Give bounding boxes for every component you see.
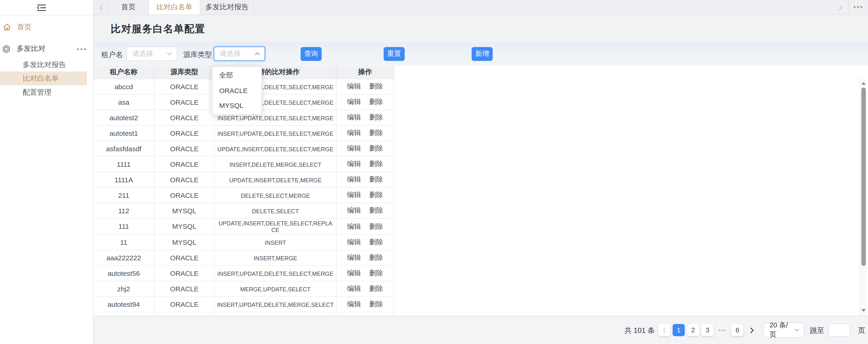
edit-link[interactable]: 编辑	[347, 82, 361, 91]
delete-link[interactable]: 删除	[369, 191, 383, 200]
sidebar: 首页 多发比对 ••• 多发比对报告 比对白名单 配置管理	[0, 0, 93, 344]
sidebar-item-config-management[interactable]: 配置管理	[0, 85, 93, 99]
sidebar-item-multicompare-report[interactable]: 多发比对报告	[0, 58, 93, 71]
more-dots-icon[interactable]: •••	[76, 45, 88, 53]
dropdown-option[interactable]: ORACLE	[213, 83, 261, 98]
cell-tenant-name: 211	[93, 188, 154, 203]
edit-link[interactable]: 编辑	[347, 113, 361, 122]
edit-link[interactable]: 编辑	[347, 300, 361, 309]
edit-link[interactable]: 编辑	[347, 284, 361, 294]
sidebar-item-compare-whitelist[interactable]: 比对白名单	[0, 71, 87, 85]
vertical-scrollbar[interactable]	[860, 79, 867, 316]
edit-link[interactable]: 编辑	[347, 253, 361, 263]
cell-source-type: ORACLE	[154, 297, 215, 312]
page-size-value: 20 条/页	[770, 321, 795, 340]
search-button[interactable]: 查询	[301, 47, 321, 61]
cell-operations: MERGE,UPDATE,SELECT	[215, 281, 337, 296]
cell-operations: INSERT,UPDATE,DELETE,SELECT,MERGE	[215, 312, 337, 316]
next-page-button[interactable]	[746, 324, 758, 336]
pager-ellipsis[interactable]: •••	[716, 327, 729, 333]
sidebar-item-home[interactable]: 首页	[0, 21, 93, 34]
tab-actions-menu[interactable]: •••	[849, 3, 868, 11]
add-button[interactable]: 新增	[472, 47, 493, 61]
tabbar-controls: •••	[832, 0, 868, 15]
edit-link[interactable]: 编辑	[347, 160, 361, 169]
scroll-down-arrow[interactable]	[860, 306, 867, 315]
delete-link[interactable]: 删除	[369, 97, 383, 107]
cell-operations: UPDATE,INSERT,DELETE,SELECT,REPLACE	[215, 219, 337, 234]
edit-link[interactable]: 编辑	[347, 222, 361, 231]
cell-operations: INSERT,UPDATE,DELETE,SELECT,MERGE	[215, 266, 337, 281]
tabbar-spacer	[254, 0, 832, 15]
sidebar-group-multicompare[interactable]: 多发比对 •••	[0, 42, 93, 55]
dropdown-option[interactable]: MYSQL	[213, 98, 261, 113]
edit-link[interactable]: 编辑	[347, 238, 361, 247]
jump-to-input[interactable]	[828, 323, 850, 337]
edit-link[interactable]: 编辑	[347, 128, 361, 138]
column-header-source-type: 源库类型	[154, 65, 215, 79]
cell-tenant-name: autotest96	[93, 312, 154, 316]
tab-home[interactable]: 首页	[108, 0, 149, 15]
tenant-select[interactable]: 请选择	[126, 47, 177, 61]
chevron-left-icon	[99, 4, 102, 10]
tab-multicompare-report[interactable]: 多发比对报告	[200, 0, 254, 15]
cell-source-type: ORACLE	[154, 157, 215, 172]
cell-source-type: ORACLE	[154, 281, 215, 296]
tab-label: 首页	[121, 2, 136, 12]
source-type-select[interactable]: 请选择	[214, 47, 265, 61]
cell-tenant-name: autotest94	[93, 297, 154, 312]
table-row: autotest94ORACLEINSERT,UPDATE,DELETE,MER…	[93, 297, 394, 312]
page-button[interactable]: 2	[687, 324, 699, 336]
caret-down-icon	[794, 328, 799, 332]
table-row: asfasfdasdfORACLEUPDATE,INSERT,DELETE,SE…	[93, 141, 394, 157]
cell-operations: INSERT,DELETE,MERGE,SELECT	[215, 157, 337, 172]
caret-up-icon	[255, 52, 260, 55]
scroll-up-arrow[interactable]	[860, 79, 867, 88]
dropdown-option[interactable]: 全部	[213, 68, 261, 83]
delete-link[interactable]: 删除	[369, 113, 383, 122]
cell-tenant-name: autotest1	[93, 126, 154, 141]
delete-link[interactable]: 删除	[369, 160, 383, 169]
delete-link[interactable]: 删除	[369, 300, 383, 309]
delete-link[interactable]: 删除	[369, 175, 383, 184]
tabs-scroll-left[interactable]	[93, 0, 108, 15]
cell-source-type: ORACLE	[154, 79, 215, 94]
reset-button[interactable]: 重置	[384, 47, 405, 61]
cell-actions: 编辑删除	[337, 157, 394, 172]
page-button[interactable]: 6	[731, 324, 743, 336]
edit-link[interactable]: 编辑	[347, 97, 361, 107]
main-area: 首页 比对白名单 多发比对报告 ••• 比对服务白名单配置	[93, 0, 868, 344]
cell-tenant-name: autotest2	[93, 110, 154, 125]
cell-tenant-name: abccd	[93, 79, 154, 94]
tab-compare-whitelist[interactable]: 比对白名单	[149, 0, 200, 15]
delete-link[interactable]: 删除	[369, 144, 383, 153]
edit-link[interactable]: 编辑	[347, 144, 361, 153]
edit-link[interactable]: 编辑	[347, 269, 361, 278]
edit-link[interactable]: 编辑	[347, 191, 361, 200]
page-button[interactable]: 1	[673, 324, 685, 336]
tenant-filter-label: 租户名	[101, 50, 123, 60]
source-type-dropdown: 全部ORACLEMYSQL	[212, 66, 262, 115]
collapse-sidebar-icon[interactable]	[36, 4, 46, 11]
page-size-select[interactable]: 20 条/页	[763, 322, 804, 338]
page-button[interactable]: 3	[701, 324, 713, 336]
delete-link[interactable]: 删除	[369, 128, 383, 138]
delete-link[interactable]: 删除	[369, 253, 383, 263]
delete-link[interactable]: 删除	[369, 284, 383, 294]
delete-link[interactable]: 删除	[369, 82, 383, 91]
table-row: 1111ORACLEINSERT,DELETE,MERGE,SELECT编辑删除	[93, 157, 394, 172]
prev-page-button[interactable]	[658, 324, 670, 336]
sidebar-group-label: 多发比对	[17, 44, 45, 54]
delete-link[interactable]: 删除	[369, 206, 383, 216]
tabs-scroll-right[interactable]	[832, 4, 848, 10]
cell-actions: 编辑删除	[337, 250, 394, 265]
delete-link[interactable]: 删除	[369, 222, 383, 231]
edit-link[interactable]: 编辑	[347, 175, 361, 184]
delete-link[interactable]: 删除	[369, 238, 383, 247]
delete-link[interactable]: 删除	[369, 269, 383, 278]
tab-bar: 首页 比对白名单 多发比对报告 •••	[93, 0, 868, 15]
edit-link[interactable]: 编辑	[347, 206, 361, 216]
cell-actions: 编辑删除	[337, 235, 394, 250]
cell-actions: 编辑删除	[337, 281, 394, 296]
scrollbar-thumb[interactable]	[861, 88, 866, 266]
